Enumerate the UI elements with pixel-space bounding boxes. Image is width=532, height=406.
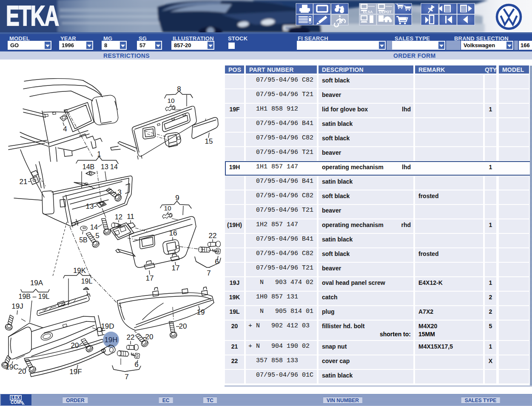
svg-text:14: 14 [110,163,118,170]
svg-text:10: 10 [164,204,171,212]
svg-text:8: 8 [177,85,181,93]
svg-text:19A: 19A [30,279,43,287]
svg-text:20: 20 [18,367,26,375]
svg-text:ETKA: ETKA [6,0,59,31]
svg-text:22: 22 [209,232,217,240]
svg-text:5: 5 [95,232,99,240]
svg-text:3: 3 [117,188,121,196]
svg-text:19L: 19L [81,278,93,285]
svg-text:20: 20 [179,322,187,330]
svg-text:LEX: LEX [11,395,20,400]
svg-text:COM: COM [11,400,20,405]
svg-text:19K: 19K [73,267,86,275]
svg-text:17: 17 [146,274,154,282]
svg-text:9: 9 [175,194,179,202]
svg-text:19F: 19F [69,368,82,376]
svg-text:19B – 19L: 19B – 19L [19,293,50,300]
svg-text:15: 15 [205,137,213,145]
svg-text:22: 22 [127,333,135,341]
svg-text:19: 19 [197,308,205,316]
svg-text:14B: 14B [83,163,94,170]
svg-text:4: 4 [63,125,67,133]
svg-text:7: 7 [207,269,211,277]
svg-text:10: 10 [167,97,175,104]
svg-text:13: 13 [86,202,94,210]
svg-text:21: 21 [20,178,28,186]
svg-text:19D: 19D [101,322,114,330]
svg-text:19H: 19H [104,336,117,344]
svg-text:19C: 19C [5,363,18,371]
svg-text:6: 6 [134,361,138,369]
svg-text:19J: 19J [11,302,23,310]
svg-text:ELSA: ELSA [363,10,373,14]
svg-text:7: 7 [125,373,128,381]
svg-text:13: 13 [101,163,108,170]
svg-text:DEPOT: DEPOT [379,10,392,14]
svg-text:20: 20 [145,333,154,341]
svg-text:16: 16 [169,229,177,237]
svg-text:5B: 5B [79,236,88,244]
svg-text:11: 11 [127,213,134,221]
svg-text:12: 12 [115,213,122,221]
svg-text:20: 20 [71,341,79,349]
svg-text:14: 14 [90,224,98,231]
